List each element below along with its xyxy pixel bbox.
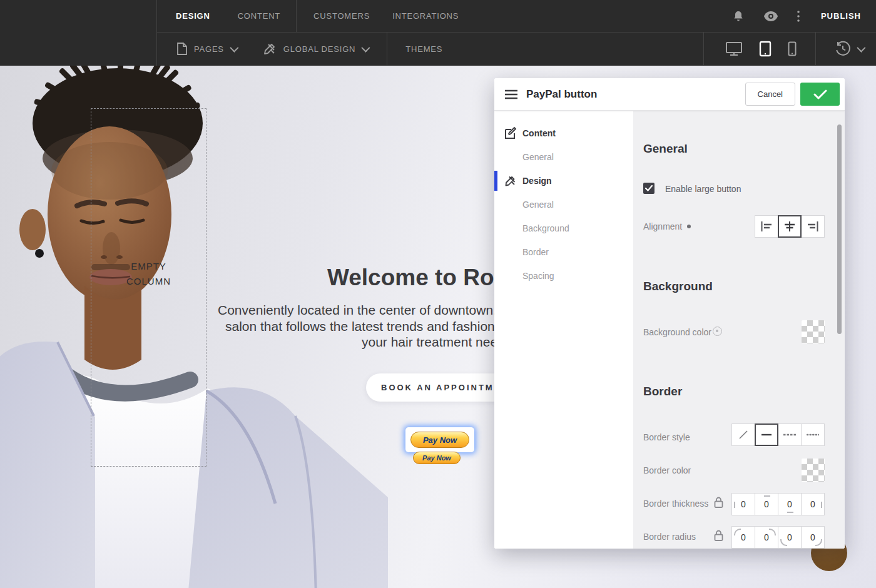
alignment-hint-dot bbox=[687, 225, 691, 228]
border-thickness-right-input[interactable] bbox=[801, 493, 825, 515]
sidebar-item-label: Background bbox=[522, 223, 569, 233]
border-style-dotted-option[interactable] bbox=[801, 423, 825, 446]
header-left-block bbox=[0, 0, 157, 66]
chevron-down-icon[interactable] bbox=[857, 44, 865, 53]
paypal-pay-now-button-large[interactable]: Pay Now bbox=[410, 432, 469, 448]
border-radius-top-right-input[interactable] bbox=[755, 526, 778, 549]
align-left-option[interactable] bbox=[755, 215, 778, 238]
section-title-background: Background bbox=[643, 280, 713, 293]
modal-scrollbar[interactable] bbox=[837, 124, 842, 334]
border-radius-inputs bbox=[732, 526, 825, 549]
sidebar-item-design-spacing[interactable]: Spacing bbox=[494, 264, 633, 288]
info-icon[interactable] bbox=[713, 327, 722, 336]
lock-icon[interactable] bbox=[714, 497, 723, 508]
sidebar-item-label: Spacing bbox=[522, 271, 554, 281]
sidebar-item-content[interactable]: Content bbox=[494, 121, 633, 145]
tab-design[interactable]: DESIGN bbox=[176, 11, 210, 21]
top-nav-bar: DESIGN CONTENT CUSTOMERS INTEGRATIONS PU… bbox=[157, 0, 876, 33]
hero-paragraph-line: salon that follows the latest trends and… bbox=[225, 318, 494, 335]
empty-column-label-line1: EMPTY bbox=[126, 259, 171, 274]
chevron-down-icon[interactable] bbox=[362, 44, 370, 53]
border-thickness-inputs bbox=[732, 493, 825, 515]
modal-sidebar: Content General Design General Backgroun… bbox=[494, 111, 633, 549]
global-design-icon bbox=[263, 42, 277, 56]
alignment-options bbox=[755, 215, 825, 238]
confirm-button[interactable] bbox=[800, 83, 840, 106]
border-thickness-bottom-input[interactable] bbox=[778, 493, 802, 515]
divider bbox=[296, 0, 297, 32]
edit-content-icon bbox=[504, 127, 517, 139]
modal-content-panel: General Enable large button Alignment Ba… bbox=[633, 111, 845, 549]
border-radius-top-left-input[interactable] bbox=[731, 526, 755, 549]
border-style-dashed-option[interactable] bbox=[778, 423, 802, 446]
divider bbox=[815, 33, 816, 65]
border-style-none-option[interactable] bbox=[731, 423, 755, 446]
kebab-menu-icon[interactable] bbox=[797, 11, 800, 22]
border-color-label: Border color bbox=[643, 465, 691, 475]
paypal-settings-modal: PayPal button Cancel Content General bbox=[494, 78, 845, 549]
sidebar-item-label: Content bbox=[522, 128, 556, 138]
tab-integrations[interactable]: INTEGRATIONS bbox=[392, 11, 459, 21]
background-color-swatch[interactable] bbox=[802, 320, 825, 343]
tab-content[interactable]: CONTENT bbox=[238, 11, 280, 21]
sidebar-item-design-border[interactable]: Border bbox=[494, 240, 633, 264]
preview-eye-icon[interactable] bbox=[763, 11, 778, 21]
enable-large-button-label: Enable large button bbox=[665, 184, 741, 194]
sidebar-item-label: Design bbox=[522, 176, 552, 186]
border-style-solid-option[interactable] bbox=[755, 423, 778, 446]
modal-title: PayPal button bbox=[526, 88, 745, 101]
divider bbox=[703, 33, 704, 65]
device-desktop-icon[interactable] bbox=[725, 41, 743, 56]
notifications-bell-icon[interactable] bbox=[732, 10, 745, 23]
drag-handle-menu-icon[interactable] bbox=[505, 89, 517, 99]
border-radius-bottom-left-input[interactable] bbox=[778, 526, 802, 549]
publish-button[interactable]: PUBLISH bbox=[821, 11, 861, 21]
sidebar-item-design-general[interactable]: General bbox=[494, 193, 633, 216]
check-icon bbox=[813, 89, 827, 99]
border-thickness-left-input[interactable] bbox=[731, 493, 755, 515]
device-tablet-icon[interactable] bbox=[759, 41, 772, 57]
global-design-menu[interactable]: GLOBAL DESIGN bbox=[283, 44, 355, 54]
hero-paragraph-line: Conveniently located in the center of do… bbox=[218, 302, 494, 318]
hero-paragraph-line: your hair treatment nee bbox=[362, 334, 494, 350]
align-center-option[interactable] bbox=[778, 215, 802, 238]
empty-column-placeholder[interactable]: EMPTY COLUMN bbox=[91, 108, 206, 467]
border-style-options bbox=[732, 423, 825, 446]
section-title-border: Border bbox=[643, 385, 682, 398]
tab-customers[interactable]: CUSTOMERS bbox=[313, 11, 370, 21]
sidebar-item-label: General bbox=[522, 152, 554, 162]
editor-header: DESIGN CONTENT CUSTOMERS INTEGRATIONS PU… bbox=[0, 0, 876, 66]
sidebar-item-label: General bbox=[522, 200, 554, 210]
border-radius-bottom-right-input[interactable] bbox=[801, 526, 825, 549]
enable-large-button-checkbox[interactable] bbox=[643, 183, 654, 194]
themes-menu[interactable]: THEMES bbox=[405, 44, 442, 54]
check-icon bbox=[645, 185, 653, 191]
sidebar-item-design[interactable]: Design bbox=[494, 169, 633, 193]
border-thickness-top-input[interactable] bbox=[755, 493, 778, 515]
chevron-down-icon[interactable] bbox=[230, 44, 238, 53]
device-mobile-icon[interactable] bbox=[788, 41, 797, 56]
design-pencil-icon bbox=[504, 175, 517, 187]
toolbar: PAGES GLOBAL DESIGN THEMES bbox=[157, 33, 876, 65]
lock-icon[interactable] bbox=[714, 530, 723, 541]
pages-icon bbox=[177, 43, 187, 55]
sidebar-item-design-background[interactable]: Background bbox=[494, 216, 633, 240]
border-color-swatch[interactable] bbox=[802, 459, 825, 482]
background-color-label: Background color bbox=[643, 327, 711, 337]
section-title-general: General bbox=[643, 142, 688, 156]
hero-heading[interactable]: Welcome to Roya bbox=[327, 265, 520, 291]
cancel-button[interactable]: Cancel bbox=[745, 83, 795, 106]
sidebar-item-label: Border bbox=[522, 247, 549, 257]
pages-menu[interactable]: PAGES bbox=[194, 44, 224, 54]
modal-header: PayPal button Cancel bbox=[494, 78, 845, 111]
paypal-pay-now-button-small[interactable]: Pay Now bbox=[413, 452, 461, 464]
hero-paragraph[interactable]: Conveniently located in the center of do… bbox=[218, 302, 494, 352]
sidebar-item-content-general[interactable]: General bbox=[494, 145, 633, 169]
alignment-label: Alignment bbox=[643, 221, 682, 231]
history-icon[interactable] bbox=[835, 41, 851, 57]
empty-column-label-line2: COLUMN bbox=[126, 274, 171, 289]
border-thickness-label: Border thickness bbox=[643, 499, 708, 509]
align-right-option[interactable] bbox=[801, 215, 825, 238]
divider bbox=[387, 33, 387, 65]
border-style-label: Border style bbox=[643, 432, 690, 442]
